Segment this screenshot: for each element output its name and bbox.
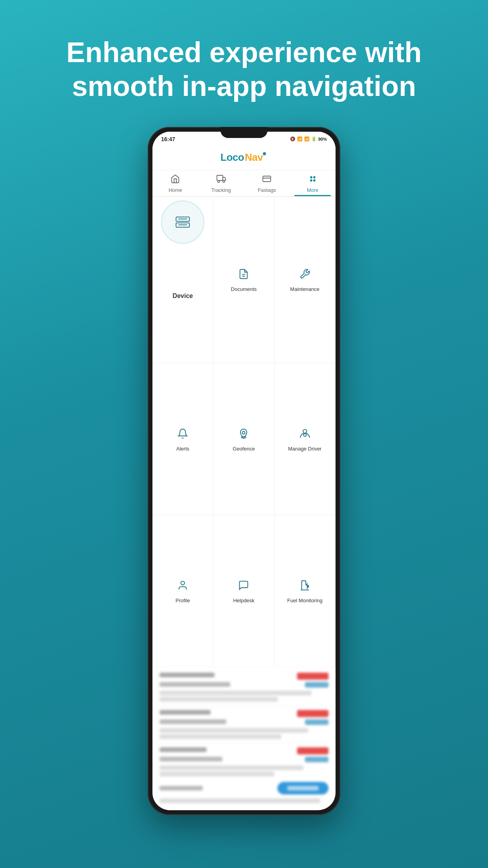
device-circle (161, 200, 204, 244)
phone-notch (220, 127, 268, 138)
documents-label: Documents (231, 286, 257, 292)
helpdesk-icon (238, 580, 249, 594)
manage-driver-label: Manage Driver (288, 446, 321, 452)
fastags-icon (262, 174, 272, 186)
svg-point-11 (314, 180, 315, 181)
svg-text:Nav: Nav (245, 151, 263, 163)
svg-point-19 (242, 436, 246, 438)
home-icon (171, 174, 180, 186)
svg-point-21 (303, 434, 306, 436)
profile-icon (177, 580, 188, 594)
phone-frame: 16:47 🔇 📶 📶 🔋 90% Loco Nav (148, 127, 340, 815)
svg-rect-6 (263, 176, 271, 182)
nav-tabs: Home Tracking (152, 170, 336, 197)
mute-icon: 🔇 (290, 136, 295, 142)
grid-item-alerts[interactable]: Alerts (152, 363, 213, 515)
device-icon (175, 216, 190, 228)
tab-home[interactable]: Home (152, 170, 198, 196)
tab-tracking[interactable]: Tracking (198, 170, 244, 196)
logo-svg: Loco Nav (220, 151, 268, 163)
status-icons: 🔇 📶 📶 🔋 90% (290, 136, 327, 142)
documents-icon (238, 268, 249, 282)
headline-line2: smooth in-app navigation (72, 70, 416, 102)
geofence-icon (238, 428, 249, 442)
headline-section: Enhanced experience with smooth in-app n… (0, 0, 488, 127)
tab-fastags[interactable]: Fastags (244, 170, 290, 196)
app-header: Loco Nav (152, 147, 336, 170)
grid-item-geofence[interactable]: Geofence (213, 363, 274, 515)
svg-rect-23 (308, 585, 308, 587)
blurred-content (152, 667, 336, 810)
svg-text:Loco: Loco (220, 151, 244, 163)
battery-icon: 🔋 (311, 136, 317, 142)
tracking-icon (216, 174, 226, 186)
status-time: 16:47 (161, 136, 175, 142)
maintenance-label: Maintenance (290, 286, 319, 292)
svg-point-22 (181, 581, 184, 585)
profile-label: Profile (176, 598, 190, 603)
svg-point-4 (218, 180, 220, 182)
phone-screen: 16:47 🔇 📶 📶 🔋 90% Loco Nav (152, 132, 336, 810)
fuel-monitoring-label: Fuel Monitoring (287, 598, 323, 603)
svg-point-18 (242, 431, 245, 434)
helpdesk-label: Helpdesk (233, 598, 254, 603)
svg-point-10 (310, 180, 312, 181)
grid-item-profile[interactable]: Profile (152, 515, 213, 667)
grid-item-fuel-monitoring[interactable]: Fuel Monitoring (275, 515, 336, 667)
alerts-label: Alerts (176, 446, 189, 452)
grid-item-device[interactable]: Device (152, 197, 213, 363)
tab-more-label: More (307, 187, 319, 193)
phone-wrapper: 16:47 🔇 📶 📶 🔋 90% Loco Nav (0, 127, 488, 868)
more-icon (308, 174, 317, 186)
alerts-icon (177, 428, 188, 442)
tab-tracking-label: Tracking (211, 187, 231, 193)
device-label: Device (172, 292, 193, 300)
geofence-label: Geofence (233, 446, 255, 452)
grid-menu: Device Documents (152, 197, 336, 667)
signal-icon: 📶 (304, 136, 310, 142)
maintenance-icon (299, 268, 310, 282)
svg-point-8 (310, 177, 312, 178)
svg-rect-3 (217, 175, 223, 180)
svg-point-2 (263, 152, 266, 155)
grid-item-maintenance[interactable]: Maintenance (275, 197, 336, 363)
fuel-monitoring-icon (299, 580, 310, 594)
svg-point-9 (314, 177, 315, 178)
tab-fastags-label: Fastags (258, 187, 276, 193)
grid-item-helpdesk[interactable]: Helpdesk (213, 515, 274, 667)
battery-percent: 90% (318, 137, 327, 142)
svg-point-5 (223, 180, 225, 182)
tab-more[interactable]: More (290, 170, 336, 196)
svg-point-20 (303, 429, 306, 433)
app-logo: Loco Nav (220, 151, 268, 166)
grid-item-documents[interactable]: Documents (213, 197, 274, 363)
wifi-icon: 📶 (297, 136, 303, 142)
manage-driver-icon (299, 428, 310, 442)
grid-item-manage-driver[interactable]: Manage Driver (275, 363, 336, 515)
headline-line1: Enhanced experience with (66, 37, 422, 68)
tab-home-label: Home (169, 187, 182, 193)
